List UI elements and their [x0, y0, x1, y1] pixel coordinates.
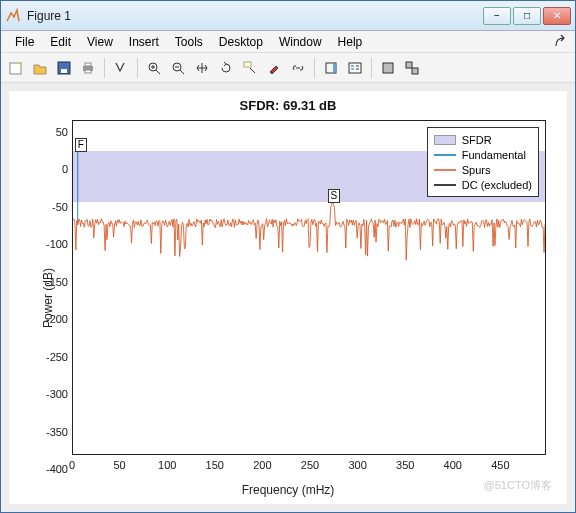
menubar: File Edit View Insert Tools Desktop Wind… [1, 31, 575, 53]
svg-rect-0 [10, 63, 21, 74]
edit-plot-button[interactable] [110, 57, 132, 79]
open-button[interactable] [29, 57, 51, 79]
plot-area: SFDR: 69.31 dB Power (dB) Frequency (mHz… [1, 83, 575, 512]
y-tick: -50 [42, 201, 68, 213]
save-button[interactable] [53, 57, 75, 79]
x-tick: 50 [113, 459, 125, 471]
x-tick: 250 [301, 459, 319, 471]
y-tick: -250 [42, 351, 68, 363]
x-tick: 400 [444, 459, 462, 471]
zoom-out-button[interactable] [167, 57, 189, 79]
y-tick: 50 [42, 126, 68, 138]
y-tick: -150 [42, 276, 68, 288]
x-tick: 150 [206, 459, 224, 471]
spur-marker: S [328, 189, 340, 203]
chart-title: SFDR: 69.31 dB [10, 98, 566, 113]
svg-rect-4 [85, 63, 91, 66]
legend-fundamental: Fundamental [462, 149, 526, 161]
menu-view[interactable]: View [79, 33, 121, 51]
y-tick: -100 [42, 238, 68, 250]
svg-rect-8 [244, 62, 251, 67]
plot-canvas[interactable]: SFDR: 69.31 dB Power (dB) Frequency (mHz… [9, 91, 567, 504]
figure-window: Figure 1 − □ ✕ File Edit View Insert Too… [0, 0, 576, 513]
menu-edit[interactable]: Edit [42, 33, 79, 51]
y-tick: -350 [42, 426, 68, 438]
spurs-line [73, 202, 545, 260]
legend-sfdr: SFDR [462, 134, 492, 146]
dock-icon[interactable] [553, 34, 569, 50]
y-tick: 0 [42, 163, 68, 175]
brush-button[interactable] [263, 57, 285, 79]
new-figure-button[interactable] [5, 57, 27, 79]
x-tick: 350 [396, 459, 414, 471]
colorbar-button[interactable] [320, 57, 342, 79]
x-tick: 0 [69, 459, 75, 471]
maximize-button[interactable]: □ [513, 7, 541, 25]
legend-spurs: Spurs [462, 164, 491, 176]
data-cursor-button[interactable] [239, 57, 261, 79]
hide-tools-button[interactable] [377, 57, 399, 79]
y-tick: -400 [42, 463, 68, 475]
y-tick: -300 [42, 388, 68, 400]
watermark: @51CTO博客 [484, 478, 552, 493]
menu-desktop[interactable]: Desktop [211, 33, 271, 51]
legend-button[interactable] [344, 57, 366, 79]
zoom-in-button[interactable] [143, 57, 165, 79]
toolbar [1, 53, 575, 83]
menu-file[interactable]: File [7, 33, 42, 51]
show-tools-button[interactable] [401, 57, 423, 79]
titlebar[interactable]: Figure 1 − □ ✕ [1, 1, 575, 31]
svg-rect-13 [406, 62, 412, 68]
rotate-button[interactable] [215, 57, 237, 79]
svg-rect-11 [349, 63, 361, 73]
menu-tools[interactable]: Tools [167, 33, 211, 51]
x-tick: 100 [158, 459, 176, 471]
fundamental-marker: F [75, 138, 87, 152]
legend-dc: DC (excluded) [462, 179, 532, 191]
x-tick: 300 [348, 459, 366, 471]
menu-window[interactable]: Window [271, 33, 330, 51]
link-button[interactable] [287, 57, 309, 79]
x-tick: 450 [491, 459, 509, 471]
close-button[interactable]: ✕ [543, 7, 571, 25]
svg-rect-12 [383, 63, 393, 73]
x-tick: 200 [253, 459, 271, 471]
svg-rect-2 [61, 69, 67, 73]
legend[interactable]: SFDR Fundamental Spurs DC (excluded) [427, 127, 539, 197]
svg-rect-5 [85, 70, 91, 73]
print-button[interactable] [77, 57, 99, 79]
window-title: Figure 1 [27, 9, 483, 23]
matlab-icon [5, 8, 21, 24]
pan-button[interactable] [191, 57, 213, 79]
minimize-button[interactable]: − [483, 7, 511, 25]
svg-rect-10 [333, 64, 335, 72]
menu-help[interactable]: Help [330, 33, 371, 51]
svg-rect-14 [412, 68, 418, 74]
axes: F S SFDR Fundamental Spurs DC (excluded) [72, 120, 546, 455]
y-tick: -200 [42, 313, 68, 325]
menu-insert[interactable]: Insert [121, 33, 167, 51]
